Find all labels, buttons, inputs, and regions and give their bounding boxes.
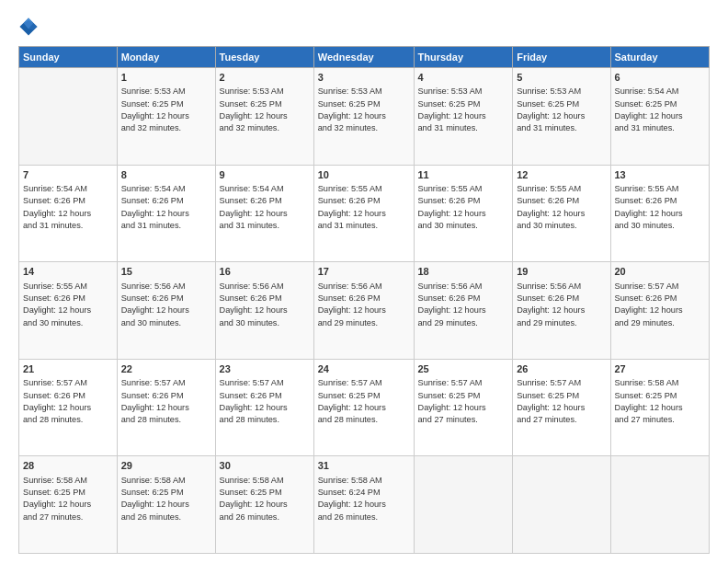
day-cell (19, 68, 118, 166)
day-info: Sunrise: 5:57 AMSunset: 6:25 PMDaylight:… (517, 377, 606, 426)
week-row-4: 21Sunrise: 5:57 AMSunset: 6:26 PMDayligh… (19, 359, 710, 456)
day-info: Sunrise: 5:57 AMSunset: 6:26 PMDaylight:… (615, 281, 706, 329)
day-cell: 26Sunrise: 5:57 AMSunset: 6:25 PMDayligh… (513, 359, 610, 456)
day-info: Sunrise: 5:55 AMSunset: 6:26 PMDaylight:… (615, 183, 706, 232)
day-number: 15 (121, 265, 211, 279)
header-row: SundayMondayTuesdayWednesdayThursdayFrid… (19, 47, 710, 68)
day-cell: 8Sunrise: 5:54 AMSunset: 6:26 PMDaylight… (117, 165, 215, 262)
day-number: 5 (517, 71, 606, 85)
day-info: Sunrise: 5:57 AMSunset: 6:25 PMDaylight:… (418, 377, 509, 426)
day-number: 30 (220, 459, 310, 473)
header-cell-friday: Friday (513, 47, 610, 68)
day-info: Sunrise: 5:58 AMSunset: 6:25 PMDaylight:… (615, 377, 706, 426)
day-cell: 23Sunrise: 5:57 AMSunset: 6:26 PMDayligh… (215, 359, 313, 456)
header-cell-saturday: Saturday (610, 47, 710, 68)
day-info: Sunrise: 5:54 AMSunset: 6:26 PMDaylight:… (220, 183, 310, 232)
day-info: Sunrise: 5:53 AMSunset: 6:25 PMDaylight:… (121, 86, 211, 134)
day-info: Sunrise: 5:56 AMSunset: 6:26 PMDaylight:… (517, 281, 606, 329)
logo (18, 17, 42, 37)
day-number: 24 (318, 362, 410, 376)
day-number: 22 (121, 362, 211, 376)
day-cell (513, 456, 610, 554)
day-cell: 30Sunrise: 5:58 AMSunset: 6:25 PMDayligh… (215, 456, 313, 554)
day-info: Sunrise: 5:57 AMSunset: 6:26 PMDaylight:… (23, 377, 113, 426)
day-info: Sunrise: 5:58 AMSunset: 6:25 PMDaylight:… (121, 475, 211, 523)
day-cell: 9Sunrise: 5:54 AMSunset: 6:26 PMDaylight… (215, 165, 313, 262)
day-number: 14 (23, 265, 113, 279)
day-cell: 21Sunrise: 5:57 AMSunset: 6:26 PMDayligh… (19, 359, 118, 456)
day-cell: 18Sunrise: 5:56 AMSunset: 6:26 PMDayligh… (414, 262, 513, 360)
day-number: 3 (318, 71, 410, 85)
day-cell: 13Sunrise: 5:55 AMSunset: 6:26 PMDayligh… (610, 165, 710, 262)
day-number: 12 (517, 168, 606, 182)
day-info: Sunrise: 5:53 AMSunset: 6:25 PMDaylight:… (418, 86, 509, 134)
day-cell: 16Sunrise: 5:56 AMSunset: 6:26 PMDayligh… (215, 262, 313, 360)
day-number: 29 (121, 459, 211, 473)
day-cell: 10Sunrise: 5:55 AMSunset: 6:26 PMDayligh… (313, 165, 414, 262)
day-cell: 6Sunrise: 5:54 AMSunset: 6:25 PMDaylight… (610, 68, 710, 166)
day-info: Sunrise: 5:55 AMSunset: 6:26 PMDaylight:… (418, 183, 509, 232)
day-number: 26 (517, 362, 606, 376)
day-number: 9 (220, 168, 310, 182)
day-cell: 4Sunrise: 5:53 AMSunset: 6:25 PMDaylight… (414, 68, 513, 166)
day-number: 28 (23, 459, 113, 473)
week-row-1: 1Sunrise: 5:53 AMSunset: 6:25 PMDaylight… (19, 68, 710, 166)
day-cell: 24Sunrise: 5:57 AMSunset: 6:25 PMDayligh… (313, 359, 414, 456)
day-info: Sunrise: 5:58 AMSunset: 6:24 PMDaylight:… (318, 475, 410, 523)
day-info: Sunrise: 5:57 AMSunset: 6:26 PMDaylight:… (220, 377, 310, 426)
day-cell: 7Sunrise: 5:54 AMSunset: 6:26 PMDaylight… (19, 165, 118, 262)
day-number: 17 (318, 265, 410, 279)
day-cell: 20Sunrise: 5:57 AMSunset: 6:26 PMDayligh… (610, 262, 710, 360)
header-cell-tuesday: Tuesday (215, 47, 313, 68)
day-info: Sunrise: 5:58 AMSunset: 6:25 PMDaylight:… (23, 475, 113, 523)
week-row-5: 28Sunrise: 5:58 AMSunset: 6:25 PMDayligh… (19, 456, 710, 554)
day-info: Sunrise: 5:57 AMSunset: 6:25 PMDaylight:… (318, 377, 410, 426)
day-number: 1 (121, 71, 211, 85)
day-info: Sunrise: 5:56 AMSunset: 6:26 PMDaylight:… (318, 281, 410, 329)
day-cell: 28Sunrise: 5:58 AMSunset: 6:25 PMDayligh… (19, 456, 118, 554)
day-number: 13 (615, 168, 706, 182)
day-cell: 25Sunrise: 5:57 AMSunset: 6:25 PMDayligh… (414, 359, 513, 456)
day-cell: 12Sunrise: 5:55 AMSunset: 6:26 PMDayligh… (513, 165, 610, 262)
calendar-page: SundayMondayTuesdayWednesdayThursdayFrid… (0, 0, 728, 563)
day-cell: 17Sunrise: 5:56 AMSunset: 6:26 PMDayligh… (313, 262, 414, 360)
header-cell-wednesday: Wednesday (313, 47, 414, 68)
day-number: 25 (418, 362, 509, 376)
day-cell: 22Sunrise: 5:57 AMSunset: 6:26 PMDayligh… (117, 359, 215, 456)
week-row-2: 7Sunrise: 5:54 AMSunset: 6:26 PMDaylight… (19, 165, 710, 262)
day-number: 19 (517, 265, 606, 279)
day-cell: 1Sunrise: 5:53 AMSunset: 6:25 PMDaylight… (117, 68, 215, 166)
day-cell: 5Sunrise: 5:53 AMSunset: 6:25 PMDaylight… (513, 68, 610, 166)
day-cell (610, 456, 710, 554)
day-cell: 19Sunrise: 5:56 AMSunset: 6:26 PMDayligh… (513, 262, 610, 360)
logo-icon (18, 17, 39, 37)
day-info: Sunrise: 5:55 AMSunset: 6:26 PMDaylight:… (23, 281, 113, 329)
day-number: 20 (615, 265, 706, 279)
day-number: 6 (615, 71, 706, 85)
day-info: Sunrise: 5:58 AMSunset: 6:25 PMDaylight:… (220, 475, 310, 523)
day-number: 4 (418, 71, 509, 85)
day-number: 10 (318, 168, 410, 182)
day-cell: 14Sunrise: 5:55 AMSunset: 6:26 PMDayligh… (19, 262, 118, 360)
day-cell: 15Sunrise: 5:56 AMSunset: 6:26 PMDayligh… (117, 262, 215, 360)
week-row-3: 14Sunrise: 5:55 AMSunset: 6:26 PMDayligh… (19, 262, 710, 360)
header-cell-thursday: Thursday (414, 47, 513, 68)
day-info: Sunrise: 5:53 AMSunset: 6:25 PMDaylight:… (318, 86, 410, 134)
day-number: 31 (318, 459, 410, 473)
header-cell-sunday: Sunday (19, 47, 118, 68)
day-info: Sunrise: 5:55 AMSunset: 6:26 PMDaylight:… (517, 183, 606, 232)
day-info: Sunrise: 5:57 AMSunset: 6:26 PMDaylight:… (121, 377, 211, 426)
day-number: 8 (121, 168, 211, 182)
day-info: Sunrise: 5:53 AMSunset: 6:25 PMDaylight:… (517, 86, 606, 134)
day-cell: 3Sunrise: 5:53 AMSunset: 6:25 PMDaylight… (313, 68, 414, 166)
day-number: 16 (220, 265, 310, 279)
day-cell: 2Sunrise: 5:53 AMSunset: 6:25 PMDaylight… (215, 68, 313, 166)
day-info: Sunrise: 5:56 AMSunset: 6:26 PMDaylight:… (418, 281, 509, 329)
day-info: Sunrise: 5:54 AMSunset: 6:26 PMDaylight:… (121, 183, 211, 232)
day-info: Sunrise: 5:56 AMSunset: 6:26 PMDaylight:… (121, 281, 211, 329)
day-cell: 29Sunrise: 5:58 AMSunset: 6:25 PMDayligh… (117, 456, 215, 554)
day-info: Sunrise: 5:55 AMSunset: 6:26 PMDaylight:… (318, 183, 410, 232)
day-cell (414, 456, 513, 554)
header-cell-monday: Monday (117, 47, 215, 68)
day-number: 7 (23, 168, 113, 182)
